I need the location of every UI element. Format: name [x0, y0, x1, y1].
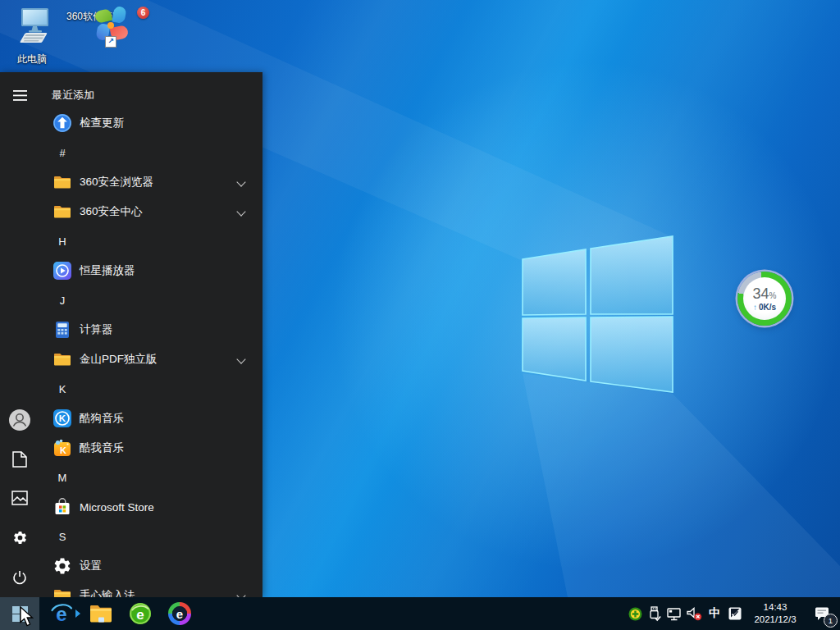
recent-added-header: 最近添加	[52, 88, 94, 103]
tray-check-flag-icon[interactable]	[725, 597, 745, 630]
start-menu-item-label: 酷狗音乐	[80, 411, 124, 426]
start-menu-item-label: 恒星播放器	[80, 263, 135, 278]
start-menu-item[interactable]: 恒星播放器	[39, 256, 262, 285]
letter-header[interactable]: S	[39, 522, 262, 551]
360-speed-ball-widget[interactable]: 34% ↑0K/s	[737, 272, 792, 326]
tray-network-icon[interactable]	[664, 597, 684, 630]
folder-icon	[52, 586, 72, 597]
desktop-icon-360-software-manager[interactable]: 6 ↗ 360软件管家	[64, 7, 125, 24]
pictures-icon	[11, 491, 28, 505]
start-menu-item[interactable]: Microsoft Store	[39, 492, 262, 522]
percent-sign: %	[769, 291, 777, 300]
360-secure-browser-icon: e	[129, 602, 152, 625]
update-icon	[52, 113, 72, 133]
pictures-button[interactable]	[0, 478, 39, 518]
kuwo-icon: K	[52, 438, 72, 458]
settings-icon	[52, 556, 72, 576]
taskbar: e e	[0, 597, 840, 630]
hamburger-icon	[13, 90, 27, 101]
shortcut-arrow-icon: ↗	[105, 36, 116, 48]
desktop-icon-this-pc[interactable]: 此电脑	[2, 7, 62, 66]
this-pc-icon	[13, 34, 51, 48]
chevron-down-icon[interactable]	[236, 354, 245, 363]
tray-time: 14:43	[748, 601, 802, 614]
svg-text:K: K	[59, 413, 66, 423]
taskbar-360-speed-browser-button[interactable]: e	[160, 597, 199, 630]
letter-header-label: S	[52, 531, 72, 543]
start-menu-item-label: 360安全浏览器	[80, 175, 153, 189]
start-menu-item-label: 360安全中心	[80, 204, 143, 219]
memory-percent-value: 34	[753, 285, 769, 302]
upload-arrow-icon: ↑	[753, 303, 757, 312]
tray-clock[interactable]: 14:43 2021/12/3	[745, 601, 806, 626]
folder-icon	[52, 349, 72, 369]
tray-volume-muted-icon[interactable]	[684, 597, 704, 630]
start-menu: 最近添加 检查更新#360安全浏览器360安全中心H恒星播放器J计算器金山PDF…	[0, 72, 262, 597]
start-menu-item[interactable]: 设置	[39, 551, 262, 581]
letter-header[interactable]: H	[39, 226, 262, 256]
start-menu-item[interactable]: 360安全中心	[39, 197, 262, 226]
start-menu-item[interactable]: 手心输入法	[39, 581, 262, 597]
document-icon	[12, 451, 27, 468]
power-button[interactable]	[0, 558, 39, 597]
upload-speed-value: 0K/s	[759, 303, 776, 312]
start-menu-item[interactable]: K酷狗音乐	[39, 404, 262, 433]
letter-header-label: J	[52, 294, 72, 307]
start-menu-item[interactable]: 360安全浏览器	[39, 167, 262, 197]
taskbar-apps: e e	[42, 597, 199, 630]
player-icon	[52, 261, 72, 281]
start-menu-item-label: 金山PDF独立版	[80, 352, 158, 367]
start-menu-item-label: 计算器	[80, 322, 113, 337]
kugou-icon: K	[52, 409, 72, 428]
user-avatar-icon	[8, 409, 31, 431]
letter-header[interactable]: #	[39, 138, 262, 167]
documents-button[interactable]	[0, 440, 39, 479]
start-button[interactable]	[0, 597, 39, 630]
tray-usb-icon[interactable]	[645, 597, 664, 630]
start-menu-item-label: 检查更新	[80, 116, 124, 130]
windows-start-icon	[12, 606, 28, 622]
letter-header-label: M	[52, 472, 72, 484]
internet-explorer-icon: e	[50, 602, 73, 625]
letter-header[interactable]: M	[39, 463, 262, 492]
letter-header[interactable]: J	[39, 285, 262, 315]
folder-icon	[52, 202, 72, 221]
start-menu-item[interactable]: K酷我音乐	[39, 433, 262, 463]
chevron-down-icon[interactable]	[236, 591, 245, 597]
start-menu-item-label: 设置	[80, 559, 102, 573]
start-menu-item[interactable]: 计算器	[39, 315, 262, 345]
update-count-badge: 6	[137, 7, 149, 19]
user-account-button[interactable]	[0, 400, 39, 440]
action-center-button[interactable]: 1	[806, 597, 838, 630]
start-menu-item-label: Microsoft Store	[80, 501, 154, 514]
msstore-icon	[52, 497, 72, 517]
360-speed-browser-icon: e	[168, 602, 191, 625]
ie-group-arrow-icon[interactable]	[75, 609, 80, 618]
tray-360-safety-icon[interactable]	[625, 597, 645, 630]
taskbar-file-explorer-button[interactable]	[81, 597, 121, 630]
svg-text:e: e	[176, 607, 183, 621]
tray-date: 2021/12/3	[748, 614, 802, 626]
desktop-icon-label: 此电脑	[2, 52, 62, 66]
letter-header-label: #	[52, 147, 72, 159]
rail-settings-button[interactable]	[0, 518, 39, 557]
gear-icon	[12, 530, 28, 546]
letter-header-label: H	[52, 235, 72, 248]
chevron-down-icon[interactable]	[236, 207, 245, 216]
start-app-list: 检查更新#360安全浏览器360安全中心H恒星播放器J计算器金山PDF独立版KK…	[39, 108, 262, 597]
system-tray: 中 14:43 2021/12/3	[625, 597, 840, 630]
start-menu-item-label: 手心输入法	[80, 588, 135, 597]
expand-menu-button[interactable]	[0, 75, 39, 115]
start-menu-item[interactable]: 检查更新	[39, 108, 262, 138]
svg-text:e: e	[136, 607, 144, 623]
taskbar-360-secure-browser-button[interactable]: e	[121, 597, 160, 630]
notification-count-badge: 1	[824, 614, 838, 628]
letter-header[interactable]: K	[39, 374, 262, 404]
letter-header-label: K	[52, 383, 72, 395]
taskbar-ie-button[interactable]: e	[42, 597, 81, 630]
tray-ime-indicator[interactable]: 中	[704, 606, 725, 621]
start-menu-item-label: 酷我音乐	[80, 441, 124, 455]
svg-text:K: K	[60, 445, 66, 455]
chevron-down-icon[interactable]	[236, 177, 245, 186]
start-menu-item[interactable]: 金山PDF独立版	[39, 345, 262, 374]
